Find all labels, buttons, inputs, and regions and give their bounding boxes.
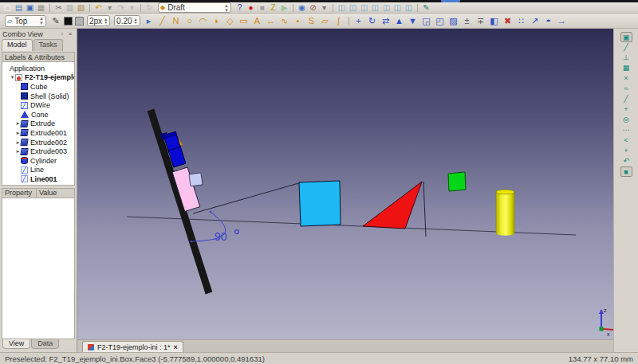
triangle-vertical-edge[interactable] (423, 182, 426, 237)
draft-construction-mode-icon[interactable]: ◓ (542, 14, 555, 28)
yellow-cylinder[interactable] (496, 190, 514, 236)
macro-stop-icon[interactable]: ■ (257, 2, 267, 13)
line-color-swatch[interactable] (64, 17, 73, 25)
tree-item-extrude001[interactable]: ▸Extrude001 (2, 128, 74, 138)
snap-special-icon[interactable]: ↶ (620, 156, 632, 166)
tab-data[interactable]: Data (31, 339, 59, 349)
draft-text-icon[interactable]: A (251, 14, 264, 28)
working-plane-selector[interactable]: ▱ Top ▲▼ (5, 15, 46, 27)
snap-ortho-icon[interactable]: < (620, 135, 632, 146)
refresh-icon[interactable]: ↻ (144, 2, 155, 13)
view-rear-icon[interactable]: ◫ (381, 2, 392, 13)
snap-parallel-icon[interactable]: ≈ (620, 84, 632, 94)
draft-polygon-icon[interactable]: ◇ (224, 14, 237, 28)
draft-bezier-icon[interactable]: ʃ (333, 14, 345, 28)
draft-offset-icon[interactable]: ⇄ (380, 14, 392, 28)
view-right-icon[interactable]: ◫ (370, 2, 380, 13)
draft-heal-icon[interactable]: ✖ (502, 14, 514, 28)
snap-angle-icon[interactable]: ◎ (620, 115, 632, 125)
draw-style-dropdown-icon[interactable]: ▾ (319, 2, 329, 13)
tree-item-cylinder[interactable]: Cylinder (2, 156, 74, 166)
snap-near-icon[interactable]: ╱ (620, 94, 632, 104)
tree-expander-icon[interactable]: ▾ (10, 74, 15, 80)
spinner-arrows-icon[interactable]: ▲▼ (224, 3, 229, 13)
view-front-icon[interactable]: ◫ (348, 2, 358, 13)
snap-workingplane-icon[interactable]: ■ (620, 166, 632, 177)
tree-item-dwire[interactable]: ╱DWire (2, 100, 74, 110)
whats-this-icon[interactable]: ? (234, 2, 245, 13)
black-bar[interactable] (148, 109, 213, 295)
view-bottom-icon[interactable]: ◫ (392, 2, 403, 13)
view-left-icon[interactable]: ◫ (404, 2, 414, 13)
copy-icon[interactable]: ▥ (65, 2, 75, 13)
redo-icon[interactable]: ↷ (116, 2, 126, 13)
angle-dimension-label[interactable]: 90 (215, 230, 227, 243)
spinner-arrows-icon[interactable]: ▲▼ (134, 18, 138, 24)
view-top-icon[interactable]: ◫ (359, 2, 369, 13)
snap-lock-icon[interactable]: ▣ (620, 32, 632, 42)
tree-item-extrude[interactable]: ▸Extrude (2, 119, 74, 129)
draft-array-icon[interactable]: ∷ (515, 14, 528, 28)
undo-dropdown-icon[interactable]: ▾ (104, 2, 115, 13)
draft-shapestring-icon[interactable]: S (305, 14, 318, 28)
draft-move-icon[interactable]: + (352, 14, 365, 28)
tab-view[interactable]: View (2, 339, 30, 349)
macro-record-icon[interactable]: ● (246, 2, 256, 13)
lavender-box[interactable] (189, 173, 203, 186)
tree-item-cube[interactable]: Cube (2, 82, 74, 92)
close-document-icon[interactable]: × (174, 343, 178, 351)
draft-bspline-icon[interactable]: ∿ (278, 14, 291, 28)
face-color-swatch[interactable] (75, 17, 84, 25)
cut-icon[interactable]: ✂ (53, 2, 64, 13)
style-pen-icon[interactable]: ✎ (49, 14, 62, 28)
fit-all-icon[interactable]: ◉ (297, 2, 307, 13)
spinner-arrows-icon[interactable]: ▲▼ (104, 18, 108, 24)
tree-item-extrude002[interactable]: ▸Extrude002 (2, 138, 74, 147)
redo-dropdown-icon[interactable]: ▾ (127, 2, 137, 13)
snap-extension-icon[interactable]: + (620, 146, 632, 156)
draft-shape2dview-icon[interactable]: ▨ (447, 14, 460, 28)
green-square[interactable] (448, 172, 466, 191)
tree-item-f2-t19-ejemplo-ini[interactable]: ▾F2-T19-ejemplo-ini (2, 73, 74, 83)
draft-line-icon[interactable]: ╱ (156, 14, 169, 28)
draft-trimex-icon[interactable]: ◲ (420, 14, 433, 28)
draft-upgrade-icon[interactable]: ▲ (393, 14, 406, 28)
snap-intersection-icon[interactable]: × (620, 73, 632, 84)
draft-dimension-icon[interactable]: ↔ (265, 14, 278, 28)
tab-model[interactable]: Model (2, 39, 33, 51)
document-tab[interactable]: F2-T19-ejemplo-ini : 1* × (82, 341, 183, 352)
save-file-icon[interactable]: ▣ (25, 2, 35, 13)
tree-item-application[interactable]: Application (2, 64, 74, 73)
draft-facebinder-icon[interactable]: ▱ (319, 14, 332, 28)
spinner-arrows-icon[interactable]: ▲▼ (39, 16, 44, 25)
construction-line[interactable] (193, 182, 301, 213)
snap-endpoint-icon[interactable]: ╱ (620, 42, 632, 53)
draft-ellipse-icon[interactable]: ◗ (211, 14, 223, 28)
close-panel-button[interactable]: × (66, 30, 74, 37)
red-triangle[interactable] (363, 182, 422, 229)
view-isometric-icon[interactable]: ◫ (337, 2, 347, 13)
draft-move-to-group-icon[interactable]: → (556, 14, 569, 28)
3d-viewport[interactable]: 90 (77, 29, 613, 339)
snap-perpendicular-icon[interactable]: ⊥ (620, 53, 632, 63)
tree-item-line001[interactable]: ╱Line001 (2, 174, 74, 184)
draft-to-sketch-icon[interactable]: ◧ (488, 14, 501, 28)
draft-point-icon[interactable]: • (292, 14, 305, 28)
tree-item-shell-solid-[interactable]: Shell (Solid) (2, 92, 74, 101)
draft-wire-icon[interactable]: N (170, 14, 183, 28)
draft-point-array-icon[interactable]: ↗ (529, 14, 542, 28)
measure-icon[interactable]: ✎ (421, 2, 431, 13)
cyan-square[interactable] (299, 181, 341, 226)
line-width-spinbox[interactable]: 2px ▲▼ (87, 15, 110, 26)
macro-edit-icon[interactable]: Z (268, 2, 278, 13)
draw-style-icon[interactable]: ⊘ (308, 2, 318, 13)
value-column-header[interactable]: Value (37, 188, 75, 198)
undo-icon[interactable]: ↶ (93, 2, 104, 13)
draft-downgrade-icon[interactable]: ▼ (407, 14, 419, 28)
tree-item-extrude003[interactable]: ▸Extrude003 (2, 147, 74, 156)
snap-midpoint-icon[interactable]: ⋯ (620, 125, 632, 135)
workbench-selector[interactable]: ◆ Draft ▲▼ (158, 2, 231, 13)
draft-rotate-icon[interactable]: ↻ (366, 14, 379, 28)
draft-circle-icon[interactable]: ○ (183, 14, 196, 28)
draft-rectangle-icon[interactable]: ▭ (238, 14, 250, 28)
